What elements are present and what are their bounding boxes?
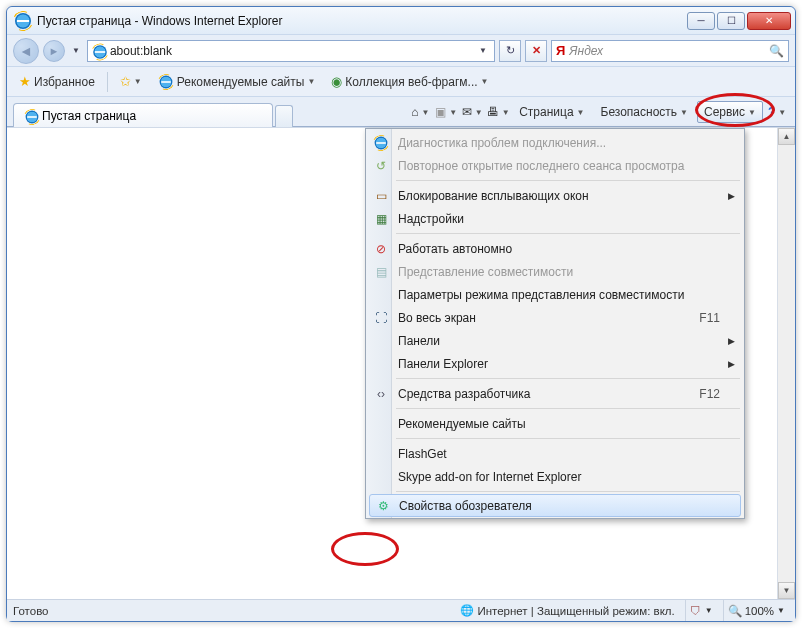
menu-label: Панели Explorer xyxy=(398,357,488,371)
suggested-sites-label: Рекомендуемые сайты xyxy=(177,75,305,89)
safety-menu-button[interactable]: Безопасность▼ xyxy=(594,101,695,123)
webslice-link[interactable]: ◉ Коллекция веб-фрагм... ▼ xyxy=(327,72,492,91)
menu-label: Рекомендуемые сайты xyxy=(398,417,526,431)
menu-label: Повторное открытие последнего сеанса про… xyxy=(398,159,684,173)
safety-menu-label: Безопасность xyxy=(601,105,678,119)
browser-window: Пустая страница - Windows Internet Explo… xyxy=(6,6,796,622)
address-url: about:blank xyxy=(110,44,472,58)
dropdown-icon: ▼ xyxy=(481,77,489,86)
menu-item-diagnose[interactable]: Диагностика проблем подключения... xyxy=(368,131,742,154)
menu-item-internet-options[interactable]: ⚙ Свойства обозревателя xyxy=(369,494,741,517)
menu-separator xyxy=(396,378,740,379)
menu-shortcut: F11 xyxy=(699,311,720,325)
scroll-down-button[interactable]: ▼ xyxy=(778,582,795,599)
popup-icon: ▭ xyxy=(373,188,389,204)
menu-label: Диагностика проблем подключения... xyxy=(398,136,606,150)
favorites-button[interactable]: ★ Избранное xyxy=(15,72,99,91)
address-dropdown[interactable]: ▼ xyxy=(476,46,490,55)
status-bar: Готово 🌐 Интернет | Защищенный режим: вк… xyxy=(7,599,795,621)
menu-item-toolbars[interactable]: Панели ▶ xyxy=(368,329,742,352)
tools-dropdown-menu: Диагностика проблем подключения... ↺ Пов… xyxy=(365,128,745,519)
tools-menu-button[interactable]: Сервис▼ xyxy=(697,101,763,123)
zoom-icon: 🔍 xyxy=(728,604,742,618)
address-bar[interactable]: about:blank ▼ xyxy=(87,40,495,62)
menu-separator xyxy=(396,491,740,492)
menu-separator xyxy=(396,438,740,439)
search-placeholder: Яндех xyxy=(569,44,765,58)
options-icon: ⚙ xyxy=(375,498,391,514)
new-tab-button[interactable] xyxy=(275,105,293,127)
add-favorites-split[interactable]: ✩ ▼ xyxy=(116,72,146,91)
menu-item-addons[interactable]: ▦ Надстройки xyxy=(368,207,742,230)
back-button[interactable]: ◄ xyxy=(13,38,39,64)
status-zoom-value: 100% xyxy=(745,605,774,617)
separator xyxy=(107,72,108,92)
tab-active[interactable]: Пустая страница xyxy=(13,103,273,127)
globe-icon: 🌐 xyxy=(460,604,474,617)
dropdown-icon: ▼ xyxy=(307,77,315,86)
close-button[interactable]: ✕ xyxy=(747,12,791,30)
menu-label: FlashGet xyxy=(398,447,447,461)
page-menu-label: Страница xyxy=(519,105,573,119)
menu-item-explorer-bars[interactable]: Панели Explorer ▶ xyxy=(368,352,742,375)
print-button[interactable]: 🖶▼ xyxy=(486,101,510,123)
scroll-track[interactable] xyxy=(778,145,795,582)
menu-separator xyxy=(396,408,740,409)
tab-title: Пустая страница xyxy=(42,109,136,123)
menu-label: Блокирование всплывающих окон xyxy=(398,189,589,203)
mail-button[interactable]: ✉▼ xyxy=(460,101,484,123)
home-button[interactable]: ⌂▼ xyxy=(408,101,432,123)
menu-separator xyxy=(396,233,740,234)
submenu-arrow-icon: ▶ xyxy=(728,336,735,346)
feeds-button[interactable]: ▣▼ xyxy=(434,101,458,123)
menu-item-skype-addon[interactable]: Skype add-on for Internet Explorer xyxy=(368,465,742,488)
menu-item-suggested-sites[interactable]: Рекомендуемые сайты xyxy=(368,412,742,435)
menu-item-flashget[interactable]: FlashGet xyxy=(368,442,742,465)
menu-label: Свойства обозревателя xyxy=(399,499,532,513)
nav-history-dropdown[interactable]: ▼ xyxy=(69,46,83,55)
menu-label: Skype add-on for Internet Explorer xyxy=(398,470,581,484)
dropdown-icon: ▼ xyxy=(777,606,785,615)
menu-item-devtools[interactable]: ‹› Средства разработчика F12 xyxy=(368,382,742,405)
forward-button[interactable]: ► xyxy=(43,40,65,62)
search-provider-icon: Я xyxy=(556,43,565,58)
menu-separator xyxy=(396,180,740,181)
menu-item-popup-blocker[interactable]: ▭ Блокирование всплывающих окон ▶ xyxy=(368,184,742,207)
page-favicon-icon xyxy=(92,44,106,58)
tools-menu-label: Сервис xyxy=(704,105,745,119)
shield-off-icon: ⛉ xyxy=(690,605,702,617)
status-zoom[interactable]: 🔍 100% ▼ xyxy=(723,600,789,621)
navigation-bar: ◄ ► ▼ about:blank ▼ ↻ ✕ Я Яндех 🔍 xyxy=(7,35,795,67)
command-toolbar: ⌂▼ ▣▼ ✉▼ 🖶▼ Страница▼ Безопасность▼ Серв… xyxy=(408,101,789,126)
status-zone[interactable]: 🌐 Интернет | Защищенный режим: вкл. xyxy=(456,600,678,621)
webslice-label: Коллекция веб-фрагм... xyxy=(345,75,477,89)
stop-button[interactable]: ✕ xyxy=(525,40,547,62)
ie-icon xyxy=(373,135,389,151)
search-go-icon[interactable]: 🔍 xyxy=(769,44,784,58)
status-ready: Готово xyxy=(13,605,49,617)
menu-item-compat-settings[interactable]: Параметры режима представления совместим… xyxy=(368,283,742,306)
menu-item-work-offline[interactable]: ⊘ Работать автономно xyxy=(368,237,742,260)
menu-shortcut: F12 xyxy=(699,387,720,401)
search-box[interactable]: Я Яндех 🔍 xyxy=(551,40,789,62)
offline-icon: ⊘ xyxy=(373,241,389,257)
suggested-sites-link[interactable]: Рекомендуемые сайты ▼ xyxy=(154,72,320,92)
scroll-up-button[interactable]: ▲ xyxy=(778,128,795,145)
refresh-button[interactable]: ↻ xyxy=(499,40,521,62)
menu-label: Надстройки xyxy=(398,212,464,226)
favorites-label: Избранное xyxy=(34,75,95,89)
minimize-button[interactable]: ─ xyxy=(687,12,715,30)
status-protected-mode-toggle[interactable]: ⛉▼ xyxy=(685,600,717,621)
help-button[interactable]: ?▼ xyxy=(765,101,789,123)
page-menu-button[interactable]: Страница▼ xyxy=(512,101,591,123)
compat-icon: ▤ xyxy=(373,264,389,280)
menu-item-fullscreen[interactable]: ⛶ Во весь экран F11 xyxy=(368,306,742,329)
menu-item-compat-view[interactable]: ▤ Представление совместимости xyxy=(368,260,742,283)
favorites-bar: ★ Избранное ✩ ▼ Рекомендуемые сайты ▼ ◉ … xyxy=(7,67,795,97)
menu-label: Параметры режима представления совместим… xyxy=(398,288,684,302)
vertical-scrollbar[interactable]: ▲ ▼ xyxy=(778,128,795,599)
submenu-arrow-icon: ▶ xyxy=(728,359,735,369)
menu-item-reopen-session[interactable]: ↺ Повторное открытие последнего сеанса п… xyxy=(368,154,742,177)
webslice-icon: ◉ xyxy=(331,74,342,89)
maximize-button[interactable]: ☐ xyxy=(717,12,745,30)
